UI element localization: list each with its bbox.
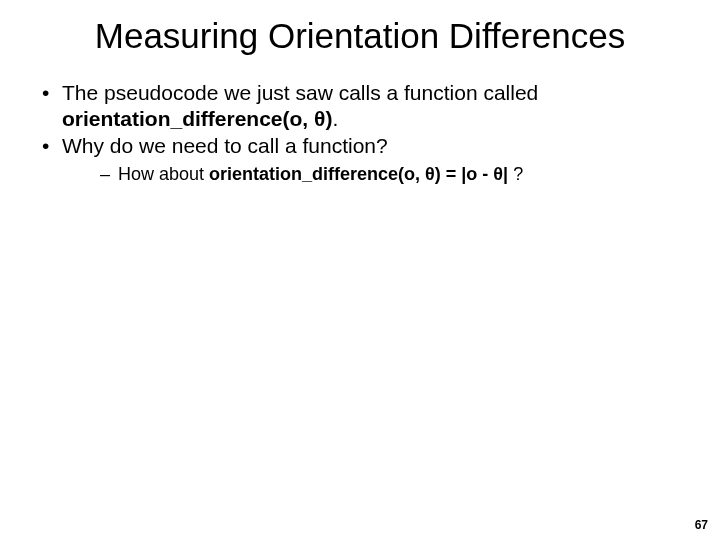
sub-bullet-item-1: How about orientation_difference(o, θ) =… <box>100 163 720 186</box>
slide-title: Measuring Orientation Differences <box>0 0 720 66</box>
slide-content: The pseudocode we just saw calls a funct… <box>0 66 720 185</box>
bullet-1-text-bold: orientation_difference(o, θ) <box>62 107 332 130</box>
bullet-list: The pseudocode we just saw calls a funct… <box>0 80 720 185</box>
bullet-2-text: Why do we need to call a function? <box>62 134 388 157</box>
bullet-item-1: The pseudocode we just saw calls a funct… <box>42 80 720 131</box>
sub-bullet-1-pre: How about <box>118 164 209 184</box>
bullet-1-text-post: . <box>332 107 338 130</box>
sub-bullet-1-post: ? <box>508 164 523 184</box>
sub-bullet-1-bold: orientation_difference(o, θ) = |o - θ| <box>209 164 508 184</box>
bullet-1-text-pre: The pseudocode we just saw calls a funct… <box>62 81 538 104</box>
slide: Measuring Orientation Differences The ps… <box>0 0 720 540</box>
page-number: 67 <box>695 518 708 532</box>
sub-bullet-list: How about orientation_difference(o, θ) =… <box>62 163 720 186</box>
bullet-item-2: Why do we need to call a function? How a… <box>42 133 720 185</box>
